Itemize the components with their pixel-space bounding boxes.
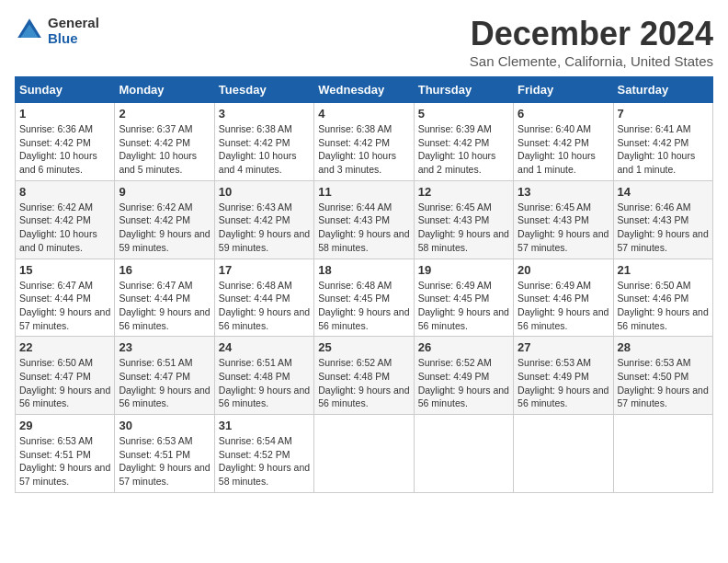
- day-cell: 14Sunrise: 6:46 AMSunset: 4:43 PMDayligh…: [613, 180, 712, 259]
- day-cell: [314, 415, 414, 493]
- day-details: Sunrise: 6:37 AMSunset: 4:42 PMDaylight:…: [119, 122, 210, 177]
- day-number: 17: [219, 263, 310, 277]
- col-header-wednesday: Wednesday: [314, 77, 414, 103]
- week-row-5: 29Sunrise: 6:53 AMSunset: 4:51 PMDayligh…: [16, 415, 713, 493]
- day-number: 31: [219, 419, 310, 432]
- day-details: Sunrise: 6:53 AMSunset: 4:50 PMDaylight:…: [618, 356, 709, 410]
- day-details: Sunrise: 6:40 AMSunset: 4:42 PMDaylight:…: [518, 122, 609, 177]
- day-cell: 15Sunrise: 6:47 AMSunset: 4:44 PMDayligh…: [16, 259, 115, 337]
- day-cell: 20Sunrise: 6:49 AMSunset: 4:46 PMDayligh…: [514, 259, 613, 337]
- day-details: Sunrise: 6:52 AMSunset: 4:49 PMDaylight:…: [418, 356, 509, 410]
- day-cell: 27Sunrise: 6:53 AMSunset: 4:49 PMDayligh…: [514, 337, 613, 415]
- day-cell: [414, 415, 513, 493]
- day-details: Sunrise: 6:52 AMSunset: 4:48 PMDaylight:…: [318, 356, 409, 410]
- day-number: 28: [618, 340, 709, 354]
- day-details: Sunrise: 6:36 AMSunset: 4:42 PMDaylight:…: [19, 122, 110, 177]
- day-details: Sunrise: 6:38 AMSunset: 4:42 PMDaylight:…: [219, 122, 310, 177]
- day-number: 21: [618, 263, 709, 277]
- day-number: 10: [219, 185, 310, 199]
- day-cell: 26Sunrise: 6:52 AMSunset: 4:49 PMDayligh…: [414, 337, 513, 415]
- day-cell: 21Sunrise: 6:50 AMSunset: 4:46 PMDayligh…: [613, 259, 712, 337]
- logo-text: General Blue: [48, 15, 99, 46]
- day-details: Sunrise: 6:45 AMSunset: 4:43 PMDaylight:…: [518, 201, 609, 255]
- day-details: Sunrise: 6:51 AMSunset: 4:48 PMDaylight:…: [219, 356, 310, 410]
- header-row: SundayMondayTuesdayWednesdayThursdayFrid…: [16, 77, 713, 103]
- day-details: Sunrise: 6:46 AMSunset: 4:43 PMDaylight:…: [618, 201, 709, 255]
- day-number: 12: [418, 185, 509, 199]
- day-number: 9: [119, 185, 210, 199]
- col-header-friday: Friday: [514, 77, 613, 103]
- day-cell: 1Sunrise: 6:36 AMSunset: 4:42 PMDaylight…: [16, 103, 115, 181]
- day-details: Sunrise: 6:50 AMSunset: 4:47 PMDaylight:…: [19, 356, 110, 410]
- day-details: Sunrise: 6:50 AMSunset: 4:46 PMDaylight:…: [618, 279, 709, 333]
- day-details: Sunrise: 6:38 AMSunset: 4:42 PMDaylight:…: [318, 122, 409, 177]
- day-cell: 2Sunrise: 6:37 AMSunset: 4:42 PMDaylight…: [115, 103, 214, 181]
- day-number: 30: [119, 419, 210, 432]
- day-cell: 16Sunrise: 6:47 AMSunset: 4:44 PMDayligh…: [115, 259, 214, 337]
- day-number: 13: [518, 185, 609, 199]
- day-number: 26: [418, 340, 509, 354]
- col-header-sunday: Sunday: [16, 77, 115, 103]
- col-header-monday: Monday: [115, 77, 214, 103]
- day-number: 23: [119, 340, 210, 354]
- logo-icon: [15, 16, 44, 45]
- calendar-subtitle: San Clemente, California, United States: [470, 53, 713, 69]
- day-details: Sunrise: 6:42 AMSunset: 4:42 PMDaylight:…: [119, 201, 210, 255]
- day-number: 19: [418, 263, 509, 277]
- day-number: 6: [518, 107, 609, 121]
- title-area: December 2024 San Clemente, California, …: [470, 15, 713, 69]
- day-details: Sunrise: 6:47 AMSunset: 4:44 PMDaylight:…: [19, 279, 110, 333]
- day-details: Sunrise: 6:51 AMSunset: 4:47 PMDaylight:…: [119, 356, 210, 410]
- day-details: Sunrise: 6:39 AMSunset: 4:42 PMDaylight:…: [418, 122, 509, 177]
- day-number: 7: [618, 107, 709, 121]
- day-details: Sunrise: 6:49 AMSunset: 4:45 PMDaylight:…: [418, 279, 509, 333]
- day-number: 25: [318, 340, 409, 354]
- day-details: Sunrise: 6:43 AMSunset: 4:42 PMDaylight:…: [219, 201, 310, 255]
- day-cell: 17Sunrise: 6:48 AMSunset: 4:44 PMDayligh…: [214, 259, 313, 337]
- day-cell: 3Sunrise: 6:38 AMSunset: 4:42 PMDaylight…: [214, 103, 313, 181]
- day-details: Sunrise: 6:49 AMSunset: 4:46 PMDaylight:…: [518, 279, 609, 333]
- day-number: 4: [318, 107, 409, 121]
- day-number: 5: [418, 107, 509, 121]
- col-header-thursday: Thursday: [414, 77, 513, 103]
- day-number: 8: [19, 185, 110, 199]
- day-cell: 30Sunrise: 6:53 AMSunset: 4:51 PMDayligh…: [115, 415, 214, 493]
- day-details: Sunrise: 6:44 AMSunset: 4:43 PMDaylight:…: [318, 201, 409, 255]
- col-header-tuesday: Tuesday: [214, 77, 313, 103]
- day-cell: 28Sunrise: 6:53 AMSunset: 4:50 PMDayligh…: [613, 337, 712, 415]
- calendar-title: December 2024: [470, 15, 713, 53]
- day-number: 22: [19, 340, 110, 354]
- day-cell: 31Sunrise: 6:54 AMSunset: 4:52 PMDayligh…: [214, 415, 313, 493]
- day-cell: [613, 415, 712, 493]
- day-cell: 23Sunrise: 6:51 AMSunset: 4:47 PMDayligh…: [115, 337, 214, 415]
- day-cell: 22Sunrise: 6:50 AMSunset: 4:47 PMDayligh…: [16, 337, 115, 415]
- day-details: Sunrise: 6:47 AMSunset: 4:44 PMDaylight:…: [119, 279, 210, 333]
- day-details: Sunrise: 6:48 AMSunset: 4:45 PMDaylight:…: [318, 279, 409, 333]
- day-cell: 19Sunrise: 6:49 AMSunset: 4:45 PMDayligh…: [414, 259, 513, 337]
- day-cell: 29Sunrise: 6:53 AMSunset: 4:51 PMDayligh…: [16, 415, 115, 493]
- day-number: 1: [19, 107, 110, 121]
- day-details: Sunrise: 6:48 AMSunset: 4:44 PMDaylight:…: [219, 279, 310, 333]
- day-number: 16: [119, 263, 210, 277]
- day-cell: 8Sunrise: 6:42 AMSunset: 4:42 PMDaylight…: [16, 180, 115, 259]
- day-number: 11: [318, 185, 409, 199]
- day-details: Sunrise: 6:54 AMSunset: 4:52 PMDaylight:…: [219, 434, 310, 488]
- day-details: Sunrise: 6:53 AMSunset: 4:49 PMDaylight:…: [518, 356, 609, 410]
- day-cell: 24Sunrise: 6:51 AMSunset: 4:48 PMDayligh…: [214, 337, 313, 415]
- week-row-4: 22Sunrise: 6:50 AMSunset: 4:47 PMDayligh…: [16, 337, 713, 415]
- day-number: 27: [518, 340, 609, 354]
- calendar-table: SundayMondayTuesdayWednesdayThursdayFrid…: [15, 76, 713, 493]
- day-number: 29: [19, 419, 110, 432]
- day-number: 18: [318, 263, 409, 277]
- week-row-1: 1Sunrise: 6:36 AMSunset: 4:42 PMDaylight…: [16, 103, 713, 181]
- day-number: 20: [518, 263, 609, 277]
- day-cell: 11Sunrise: 6:44 AMSunset: 4:43 PMDayligh…: [314, 180, 414, 259]
- day-cell: 25Sunrise: 6:52 AMSunset: 4:48 PMDayligh…: [314, 337, 414, 415]
- day-number: 14: [618, 185, 709, 199]
- day-cell: 13Sunrise: 6:45 AMSunset: 4:43 PMDayligh…: [514, 180, 613, 259]
- day-details: Sunrise: 6:45 AMSunset: 4:43 PMDaylight:…: [418, 201, 509, 255]
- col-header-saturday: Saturday: [613, 77, 712, 103]
- day-number: 24: [219, 340, 310, 354]
- day-details: Sunrise: 6:42 AMSunset: 4:42 PMDaylight:…: [19, 201, 110, 255]
- page-header: General Blue December 2024 San Clemente,…: [15, 15, 713, 69]
